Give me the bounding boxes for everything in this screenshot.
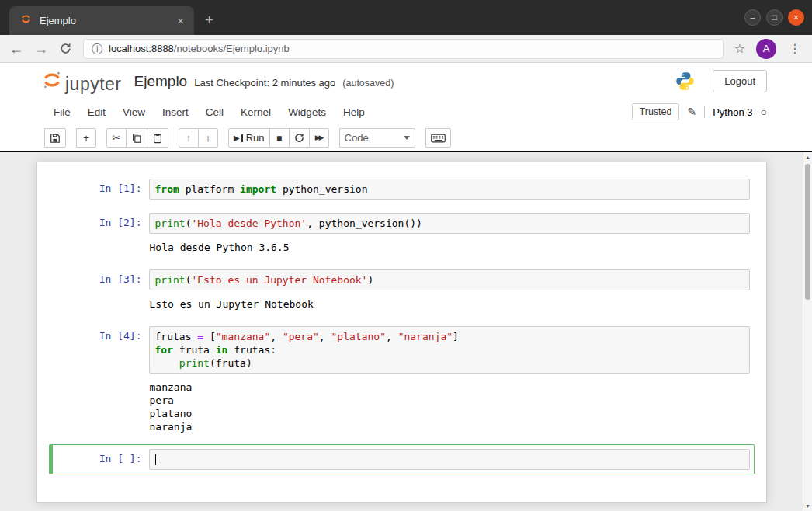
interrupt-kernel-button[interactable]: ■ — [269, 128, 290, 148]
jupyter-logo-text: jupyter — [65, 75, 122, 93]
browser-window: Ejemplo × + – □ × ← → ⓘ localhost:8888/n… — [0, 0, 812, 511]
cell-prompt: In [2]: — [57, 213, 149, 234]
output-prompt — [57, 381, 149, 433]
cell-code-input[interactable]: print('Hola desde Python', python_versio… — [149, 213, 750, 234]
autosave-status: (autosaved) — [342, 78, 394, 89]
close-window-button[interactable]: × — [788, 9, 804, 26]
code-line: for fruta in frutas: — [155, 343, 744, 356]
url-text[interactable]: localhost:8888/notebooks/Ejemplo.ipynb — [109, 43, 290, 54]
cell-type-value: Code — [345, 132, 369, 144]
notebook-title[interactable]: Ejemplo — [134, 73, 188, 90]
cell-code-input[interactable]: from platform import python_version — [149, 179, 750, 200]
scroll-down-icon[interactable]: ▼ — [803, 503, 812, 509]
code-line: print(fruta) — [155, 356, 744, 370]
code-line: from platform import python_version — [155, 182, 744, 196]
jupyter-logo[interactable]: jupyter — [42, 70, 122, 93]
reload-icon[interactable] — [59, 42, 72, 55]
new-tab-button[interactable]: + — [205, 12, 213, 29]
notebook-title-group: Ejemplo Last Checkpoint: 2 minutes ago (… — [134, 73, 394, 90]
menu-edit[interactable]: Edit — [79, 102, 114, 123]
notebook-cell[interactable]: In [1]:from platform import python_versi… — [49, 174, 755, 204]
copy-cell-button[interactable] — [126, 128, 147, 148]
cell-type-dropdown[interactable]: Code — [339, 128, 415, 148]
run-icon: ▶ — [234, 134, 240, 142]
menu-kernel[interactable]: Kernel — [232, 102, 279, 123]
browser-tab[interactable]: Ejemplo × — [9, 6, 194, 35]
profile-avatar[interactable]: A — [756, 39, 776, 59]
back-icon[interactable]: ← — [9, 42, 23, 56]
save-button[interactable] — [44, 128, 66, 148]
trusted-button[interactable]: Trusted — [632, 103, 680, 120]
url-host: localhost:8888 — [109, 43, 174, 54]
cell-code-input[interactable]: print('Esto es un Jupyter Notebook') — [149, 269, 750, 290]
scroll-up-icon[interactable]: ▲ — [803, 155, 812, 160]
restart-run-all-button[interactable]: ▶▶ — [309, 128, 329, 148]
cell-output-row: Hola desde Python 3.6.5 — [57, 234, 750, 256]
notebook-toolbar: + ✂ ↑ ↓ ▶ Ru — [0, 124, 812, 151]
url-path: /notebooks/Ejemplo.ipynb — [174, 43, 290, 54]
restart-icon — [294, 133, 304, 143]
cell-input-row: In [ ]: — [57, 449, 750, 470]
run-button[interactable]: ▶ Run — [228, 128, 270, 148]
menu-cell[interactable]: Cell — [197, 102, 232, 123]
maximize-button[interactable]: □ — [766, 9, 783, 26]
notebook-area: In [1]:from platform import python_versi… — [0, 152, 812, 511]
cell-output: manzanaperaplatanonaranja — [149, 381, 750, 433]
output-prompt — [57, 241, 149, 254]
forward-icon[interactable]: → — [34, 42, 48, 56]
notebook-cell[interactable]: In [3]:print('Esto es un Jupyter Noteboo… — [49, 265, 755, 318]
browser-toolbar: ← → ⓘ localhost:8888/notebooks/Ejemplo.i… — [0, 35, 812, 63]
menu-insert[interactable]: Insert — [154, 102, 197, 123]
paste-cell-button[interactable] — [147, 128, 168, 148]
cell-output-row: manzanaperaplatanonaranja — [57, 374, 750, 436]
scrollbar-thumb[interactable] — [805, 164, 810, 300]
notebook-cell[interactable]: In [ ]: — [49, 444, 755, 474]
save-icon — [50, 133, 61, 144]
command-palette-button[interactable] — [425, 128, 451, 148]
bookmark-star-icon[interactable]: ☆ — [734, 41, 745, 56]
cell-input-row: In [4]:frutas = ["manzana", "pera", "pla… — [57, 326, 750, 374]
minimize-button[interactable]: – — [744, 9, 761, 26]
cut-cell-button[interactable]: ✂ — [106, 128, 127, 148]
cell-prompt: In [4]: — [57, 326, 149, 374]
cell-prompt: In [1]: — [57, 179, 149, 200]
url-bar[interactable]: ⓘ localhost:8888/notebooks/Ejemplo.ipynb — [83, 39, 724, 59]
titlebar: Ejemplo × + – □ × — [0, 0, 812, 35]
window-controls: – □ × — [744, 9, 804, 26]
page-info-icon[interactable]: ⓘ — [92, 43, 102, 54]
cell-prompt: In [3]: — [57, 269, 149, 290]
cell-code-input[interactable]: frutas = ["manzana", "pera", "platano", … — [149, 326, 750, 374]
jupyter-favicon-icon — [20, 13, 32, 28]
menu-help[interactable]: Help — [335, 102, 373, 123]
close-tab-icon[interactable]: × — [175, 14, 186, 27]
notebook-cell[interactable]: In [4]:frutas = ["manzana", "pera", "pla… — [49, 322, 755, 440]
logout-button[interactable]: Logout — [713, 70, 767, 92]
tab-title: Ejemplo — [40, 15, 175, 26]
menu-widgets[interactable]: Widgets — [279, 102, 335, 123]
browser-menu-icon[interactable]: ⋮ — [787, 41, 803, 56]
copy-icon — [131, 133, 142, 144]
move-cell-up-button[interactable]: ↑ — [179, 128, 199, 148]
cell-output-row: Esto es un Jupyter Notebook — [57, 290, 750, 313]
python-logo-icon — [675, 71, 696, 92]
menu-view[interactable]: View — [114, 102, 154, 123]
cell-output: Hola desde Python 3.6.5 — [149, 241, 750, 254]
notebook-cells: In [1]:from platform import python_versi… — [36, 162, 767, 503]
code-line: print('Esto es un Jupyter Notebook') — [155, 273, 744, 287]
chevron-down-icon — [404, 136, 410, 140]
kernel-name[interactable]: Python 3 — [713, 106, 752, 118]
jupyter-logo-icon — [42, 70, 62, 93]
notebook-cell[interactable]: In [2]:print('Hola desde Python', python… — [49, 208, 755, 261]
cell-output: Esto es un Jupyter Notebook — [149, 297, 750, 311]
keyboard-icon — [431, 134, 446, 143]
move-cell-down-button[interactable]: ↓ — [198, 128, 218, 148]
code-line: print('Hola desde Python', python_versio… — [155, 217, 744, 230]
add-cell-button[interactable]: + — [76, 128, 96, 148]
menu-file[interactable]: File — [45, 102, 79, 123]
cell-input-row: In [1]:from platform import python_versi… — [57, 179, 750, 200]
scrollbar[interactable]: ▲ ▼ — [803, 152, 812, 511]
cell-code-input[interactable] — [149, 449, 750, 470]
checkpoint-status: Last Checkpoint: 2 minutes ago — [194, 77, 335, 89]
notebook-menubar: File Edit View Insert Cell Kernel Widget… — [0, 99, 812, 124]
restart-kernel-button[interactable] — [289, 128, 310, 148]
